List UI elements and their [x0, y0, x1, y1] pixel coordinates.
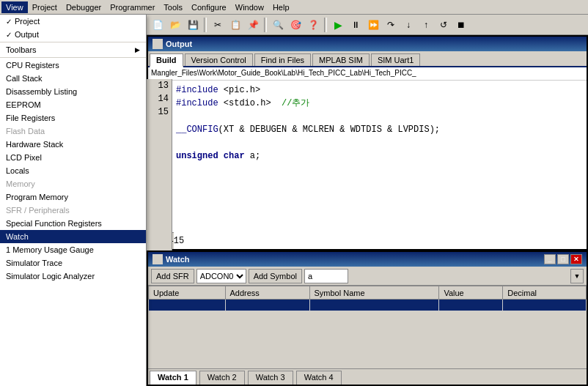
line-num-15: 15	[174, 234, 184, 248]
code-line-6: unsigned char a;	[176, 149, 581, 163]
code-editor[interactable]: #include <pic.h> #include <stdio.h> //추가…	[170, 81, 587, 166]
watch-dropdown-btn[interactable]: ▼	[570, 269, 584, 283]
toolbar-sep-2	[264, 18, 267, 32]
output-window-title: Output	[166, 40, 192, 48]
new-button[interactable]: 📄	[150, 17, 166, 33]
code-line-3	[176, 110, 581, 123]
menu-project[interactable]: Project	[28, 1, 62, 13]
menu-programmer[interactable]: Programmer	[106, 1, 159, 13]
menu-item-simulator-trace[interactable]: Simulator Trace	[0, 256, 146, 270]
tab-version-control[interactable]: Version Control	[185, 53, 253, 66]
menu-window[interactable]: Window	[231, 1, 268, 13]
code-line-5	[176, 136, 581, 149]
menu-item-locals[interactable]: Locals	[0, 164, 146, 177]
watch-cell-value	[439, 300, 503, 311]
code-area-container: #include <pic.h> #include <stdio.h> //추가…	[148, 81, 587, 166]
symbol-input[interactable]	[304, 269, 348, 283]
output-window: Output Build Version Control Find in Fil…	[147, 35, 588, 250]
watch-minimize-btn[interactable]: _	[544, 254, 556, 264]
menu-item-simulator-logic-analyzer[interactable]: Simulator Logic Analyzer	[0, 270, 146, 283]
menu-item-sfr-peripherals: SFR / Peripherals	[0, 204, 146, 217]
step-into-button[interactable]: ↓	[400, 17, 416, 33]
watch-tab-3[interactable]: Watch 3	[248, 371, 293, 385]
menu-item-disassembly-listing[interactable]: Disassembly Listing	[0, 85, 146, 98]
menu-view[interactable]: View	[1, 1, 28, 13]
menu-configure[interactable]: Configure	[187, 1, 231, 13]
code-line-2: #include <stdio.h> //추가	[176, 97, 581, 110]
col-value: Value	[439, 286, 503, 300]
copy-button[interactable]: 📋	[227, 17, 243, 33]
add-sfr-button[interactable]: Add SFR	[151, 269, 194, 283]
open-button[interactable]: 📂	[167, 17, 183, 33]
cut-button[interactable]: ✂	[210, 17, 226, 33]
menu-item-call-stack[interactable]: Call Stack	[0, 72, 146, 85]
watch-window-controls: _ □ ✕	[544, 254, 582, 264]
menu-item-output[interactable]: Output	[0, 28, 146, 41]
menu-bar: View Project Debugger Programmer Tools C…	[0, 0, 588, 15]
fast-forward-button[interactable]: ⏩	[365, 17, 381, 33]
menu-item-cpu-registers[interactable]: CPU Registers	[0, 59, 146, 72]
menu-item-program-memory[interactable]: Program Memory	[0, 190, 146, 204]
find-button[interactable]: 🔍	[270, 17, 286, 33]
ln-15: 15	[147, 105, 169, 119]
sfr-select[interactable]: ADCON0	[196, 269, 246, 283]
ln-14: 14	[147, 92, 169, 105]
tab-build[interactable]: Build	[150, 53, 183, 67]
watch-cell-decimal	[503, 300, 587, 311]
watch-window-icon	[152, 254, 163, 264]
paste-button[interactable]: 📌	[245, 17, 261, 33]
tab-mplab-sim[interactable]: MPLAB SIM	[312, 53, 370, 66]
watch-close-btn[interactable]: ✕	[570, 254, 582, 264]
watch-table: Update Address Symbol Name Value Decimal	[148, 286, 587, 311]
watch-tab-4[interactable]: Watch 4	[296, 371, 342, 385]
menu-item-toolbars[interactable]: Toolbars	[0, 43, 146, 56]
ln-13: 13	[147, 79, 169, 92]
menu-item-special-function-registers[interactable]: Special Function Registers	[0, 217, 146, 230]
menu-item-hardware-stack[interactable]: Hardware Stack	[0, 138, 146, 151]
line-numbers-sidebar: 13 14 15	[147, 79, 172, 250]
menu-item-flash-data: Flash Data	[0, 125, 146, 138]
output-titlebar: Output	[148, 37, 587, 51]
menu-item-eeprom[interactable]: EEPROM	[0, 98, 146, 111]
run-button[interactable]: ▶	[330, 17, 346, 33]
halt-button[interactable]: ⏹	[453, 17, 469, 33]
step-out-button[interactable]: ↑	[418, 17, 434, 33]
watch-window: Watch _ □ ✕ Add SFR ADCON0 Add Symbol	[147, 250, 588, 386]
tab-find-in-files[interactable]: Find in Files	[254, 53, 311, 66]
watch-row-1[interactable]	[149, 300, 587, 311]
menu-item-memory-usage-gauge[interactable]: 1 Memory Usage Gauge	[0, 243, 146, 256]
main-toolbar: 📄 📂 💾 ✂ 📋 📌 🔍 🎯 ❓ ▶ ⏸ ⏩ ↷ ↓ ↑ ↺ ⏹	[147, 15, 588, 35]
watch-tab-1[interactable]: Watch 1	[150, 371, 196, 385]
col-decimal: Decimal	[503, 286, 587, 300]
output-window-icon	[152, 39, 163, 49]
step-over-button[interactable]: ↷	[383, 17, 399, 33]
help-button[interactable]: ❓	[305, 17, 321, 33]
menu-item-lcd-pixel[interactable]: LCD Pixel	[0, 151, 146, 164]
pause-button[interactable]: ⏸	[348, 17, 364, 33]
content-area: Output Build Version Control Find in Fil…	[147, 35, 588, 386]
tab-sim-uart1[interactable]: SIM Uart1	[371, 53, 421, 66]
menu-item-project[interactable]: Project	[0, 15, 146, 28]
reset-button[interactable]: ↺	[436, 17, 452, 33]
code-line-1: #include <pic.h>	[176, 83, 581, 97]
watch-cell-symbol	[309, 300, 439, 311]
menu-item-watch[interactable]: Watch	[0, 230, 146, 243]
toolbar-sep-1	[204, 18, 207, 32]
watch-cell-address	[225, 300, 309, 311]
file-path-bar: Mangler_Files\Work\Motor_Guide_Book\Lab\…	[148, 67, 587, 81]
save-button[interactable]: 💾	[185, 17, 201, 33]
menu-item-file-registers[interactable]: File Registers	[0, 111, 146, 125]
menu-divider-1	[0, 42, 146, 42]
watch-window-title: Watch	[166, 255, 190, 264]
watch-cell-update	[149, 300, 226, 311]
add-symbol-button[interactable]: Add Symbol	[249, 269, 302, 283]
menu-item-memory: Memory	[0, 177, 146, 190]
menu-help[interactable]: Help	[268, 1, 294, 13]
menu-tools[interactable]: Tools	[159, 1, 187, 13]
menu-debugger[interactable]: Debugger	[62, 1, 106, 13]
watch-tab-2[interactable]: Watch 2	[199, 371, 245, 385]
right-area: 📄 📂 💾 ✂ 📋 📌 🔍 🎯 ❓ ▶ ⏸ ⏩ ↷ ↓ ↑ ↺ ⏹	[147, 15, 588, 386]
watch-maximize-btn[interactable]: □	[557, 254, 569, 264]
menu-divider-2	[0, 57, 146, 58]
target-button[interactable]: 🎯	[287, 17, 304, 33]
